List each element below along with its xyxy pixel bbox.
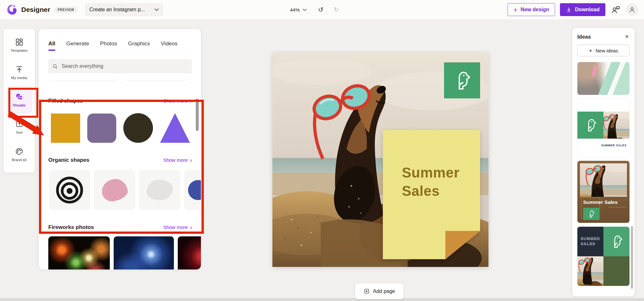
idea4-caption: SUMMER SALES xyxy=(581,236,600,246)
topbar-center-group: 44% ↺ ↻ xyxy=(288,0,340,19)
show-more-label: Show more xyxy=(163,157,188,163)
show-more-label: Show more xyxy=(163,224,188,230)
section-title: Fireworks photos xyxy=(48,224,94,231)
download-button[interactable]: Download xyxy=(560,3,605,16)
bird-logo-icon xyxy=(583,118,598,132)
sidebar-item-label: Templates xyxy=(11,49,27,52)
idea-thumbnail-1[interactable] xyxy=(577,62,630,95)
chevron-right-icon: › xyxy=(190,224,192,230)
redo-icon: ↻ xyxy=(334,6,339,13)
text-icon xyxy=(15,120,24,128)
chevron-right-icon: › xyxy=(190,157,192,163)
idea4-caption-line1: SUMMER xyxy=(581,236,600,242)
section-header-filled-shapes: Filled shapes Show more › xyxy=(48,98,192,104)
idea3-dog-photo xyxy=(580,163,627,197)
fireworks-row xyxy=(48,236,201,269)
add-page-icon xyxy=(364,288,370,294)
close-icon: ✕ xyxy=(625,34,629,39)
tab-generate[interactable]: Generate xyxy=(66,41,89,51)
app-root: Designer PREVIEW Create an Instagram p..… xyxy=(0,0,644,301)
tab-photos[interactable]: Photos xyxy=(100,41,117,51)
bottom-edge-strip xyxy=(0,298,644,301)
section-title: Organic shapes xyxy=(48,157,90,163)
close-button[interactable]: ✕ xyxy=(624,33,630,40)
plus-icon: + xyxy=(513,6,517,13)
shape-purple-triangle[interactable] xyxy=(160,113,190,143)
redo-button[interactable]: ↻ xyxy=(333,6,340,14)
sidebar-item-templates[interactable]: Templates xyxy=(6,32,32,59)
sidebar-item-label: Visuals xyxy=(13,103,25,107)
add-page-button[interactable]: Add page xyxy=(355,283,403,299)
show-more-organic-shapes[interactable]: Show more › xyxy=(163,157,192,163)
scrolled-card-remnants xyxy=(48,78,201,81)
filled-shapes-row xyxy=(51,113,201,143)
ideas-scrollbar[interactable] xyxy=(631,226,633,289)
show-more-fireworks[interactable]: Show more › xyxy=(163,224,192,230)
idea2-caption: SUMMER SALES xyxy=(577,144,630,147)
shape-dark-circle[interactable] xyxy=(123,113,153,143)
tab-videos[interactable]: Videos xyxy=(161,41,178,51)
visuals-icon xyxy=(15,93,24,101)
sidebar-item-text[interactable]: Text xyxy=(6,114,32,141)
zoom-dropdown[interactable]: 44% xyxy=(288,7,308,13)
organic-shape-blue-partial[interactable] xyxy=(184,170,201,210)
organic-shape-target[interactable] xyxy=(49,170,90,210)
search-box[interactable] xyxy=(48,59,192,73)
idea3-caption: Summer Sales xyxy=(583,199,618,205)
plus-icon: + xyxy=(589,48,592,54)
sidebar-item-label: Text xyxy=(16,131,23,134)
fireworks-photo-3[interactable] xyxy=(178,236,201,269)
bird-logo-icon xyxy=(587,210,595,218)
tab-all[interactable]: All xyxy=(48,41,55,51)
share-contacts-button[interactable] xyxy=(610,4,621,15)
brand-logo-block[interactable] xyxy=(444,62,480,98)
topbar: Designer PREVIEW Create an Instagram p..… xyxy=(0,0,644,19)
ideas-panel: Ideas ✕ + New ideas SUMMER SALES xyxy=(572,28,635,296)
new-design-button[interactable]: + New design xyxy=(507,3,555,16)
idea-thumbnail-2[interactable]: SUMMER SALES xyxy=(577,98,630,158)
show-more-label: Show more xyxy=(163,98,188,104)
new-design-label: New design xyxy=(521,7,549,13)
sidebar-item-visuals[interactable]: Visuals xyxy=(6,86,32,114)
section-header-fireworks: Fireworks photos Show more › xyxy=(48,224,192,231)
design-canvas[interactable]: Summer Sales xyxy=(272,52,488,267)
sticky-note[interactable]: Summer Sales xyxy=(383,130,480,259)
undo-button[interactable]: ↺ xyxy=(317,6,324,14)
tab-graphics[interactable]: Graphics xyxy=(128,41,150,51)
search-input[interactable] xyxy=(61,63,188,69)
designer-logo-icon xyxy=(6,4,18,16)
new-ideas-button[interactable]: + New ideas xyxy=(577,45,630,56)
fireworks-photo-2[interactable] xyxy=(114,236,174,269)
show-more-filled-shapes[interactable]: Show more › xyxy=(163,98,192,104)
note-line-2: Sales xyxy=(402,182,459,200)
sidebar-item-my-media[interactable]: My media xyxy=(6,59,32,86)
section-header-organic-shapes: Organic shapes Show more › xyxy=(48,157,192,163)
upload-icon xyxy=(15,65,24,74)
design-title-dropdown[interactable]: Create an Instagram p... xyxy=(85,3,164,16)
sidebar-item-label: Brand kit xyxy=(12,158,26,162)
shape-purple-rounded-square[interactable] xyxy=(87,114,116,143)
organic-shape-pink-blob[interactable] xyxy=(94,170,135,210)
download-icon xyxy=(566,7,572,13)
bird-logo-icon xyxy=(451,70,473,91)
shape-orange-square[interactable] xyxy=(51,114,80,143)
card-remnant xyxy=(123,78,189,81)
account-avatar[interactable] xyxy=(626,4,638,16)
sidebar-item-label: My media xyxy=(11,76,27,80)
panel-scrollbar[interactable] xyxy=(196,99,199,131)
organic-shape-gray-blob[interactable] xyxy=(139,170,180,210)
add-page-label: Add page xyxy=(373,288,395,294)
chevron-down-icon xyxy=(303,9,307,11)
organic-shapes-row xyxy=(49,170,201,210)
undo-icon: ↺ xyxy=(318,6,324,13)
share-contacts-icon xyxy=(611,5,620,14)
idea4-olive-quad xyxy=(603,256,630,286)
zoom-level: 44% xyxy=(290,7,300,13)
idea-thumbnail-4[interactable]: SUMMER SALES xyxy=(577,227,630,286)
sidebar-item-brand-kit[interactable]: Brand kit xyxy=(6,141,32,168)
idea-thumbnail-3[interactable]: Summer Sales xyxy=(577,161,630,223)
blue-circle-shape xyxy=(188,180,201,200)
concentric-circles-shape xyxy=(55,175,84,205)
idea4-caption-line2: SALES xyxy=(581,242,600,247)
fireworks-photo-1[interactable] xyxy=(48,236,110,269)
